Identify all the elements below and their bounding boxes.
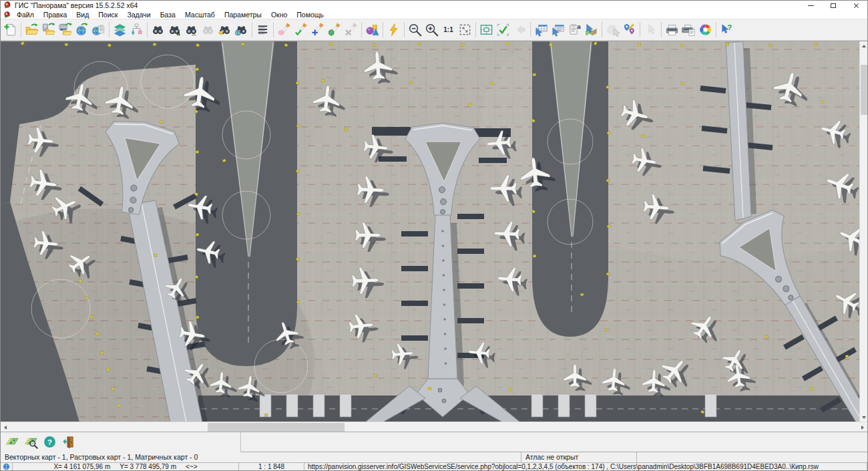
map-search-button[interactable]: [21, 434, 40, 451]
svg-text:...: ...: [192, 31, 196, 37]
legend-button[interactable]: [128, 21, 145, 39]
find-extended-button[interactable]: ...: [183, 21, 200, 39]
bottom-toolbar: ?: [1, 432, 867, 452]
object-list-button[interactable]: [254, 21, 271, 39]
select-add-button[interactable]: [309, 21, 326, 39]
palette-button[interactable]: [697, 21, 714, 39]
menu-help[interactable]: Помощь: [292, 11, 329, 19]
vertical-scroll-thumb[interactable]: [861, 65, 867, 115]
toolbar-separator: [716, 22, 716, 37]
svg-text:?: ?: [47, 438, 52, 446]
svg-text:1:1: 1:1: [443, 26, 453, 33]
svg-text:a: a: [177, 30, 180, 37]
map-view[interactable]: [1, 41, 861, 422]
open-site-button[interactable]: [40, 21, 57, 39]
horizontal-scroll-thumb[interactable]: [208, 423, 345, 432]
open-project-button[interactable]: [90, 21, 107, 39]
coord-y: Y= 3 778 495,79 m: [120, 463, 176, 470]
find-by-name-button[interactable]: a: [166, 21, 183, 39]
menu-file[interactable]: Файл: [12, 11, 39, 19]
layers-button[interactable]: [112, 21, 128, 39]
title-bar: ГИС "Панорама" версия 15.5.2.52 x64: [1, 1, 867, 10]
zoom-out-button[interactable]: [407, 21, 423, 39]
minimize-button[interactable]: [799, 1, 822, 10]
scroll-right-arrow[interactable]: [858, 422, 867, 432]
menu-window[interactable]: Окно: [266, 11, 292, 19]
toolbar-separator: [661, 22, 662, 37]
menu-options[interactable]: Параметры: [220, 11, 266, 19]
pan-view-button[interactable]: [478, 21, 495, 39]
toolbar-separator: [361, 22, 362, 37]
toolbar-separator: [252, 22, 252, 37]
open-database-button[interactable]: [57, 21, 73, 39]
select-table-button[interactable]: [533, 21, 550, 39]
pointer-button: [642, 21, 659, 39]
coord-mode[interactable]: <~>: [186, 463, 198, 470]
maps-info: Векторных карт - 1, Растровых карт - 1, …: [1, 452, 521, 462]
toolbar-separator: [21, 22, 21, 37]
scroll-down-arrow[interactable]: [860, 413, 868, 422]
toolbar-separator: [530, 22, 531, 37]
find-geoportal-button[interactable]: [233, 21, 250, 39]
horizontal-scrollbar[interactable]: [1, 422, 867, 432]
print-button[interactable]: [664, 21, 680, 39]
select-cancel-button: [343, 21, 359, 39]
menu-edit[interactable]: Правка: [39, 11, 71, 19]
close-button[interactable]: [845, 1, 867, 10]
window-title: ГИС "Панорама" версия 15.5.2.52 x64: [15, 1, 138, 9]
open-geoportal-button[interactable]: [73, 21, 90, 39]
map-objects-button[interactable]: [3, 434, 21, 451]
select-confirm-button[interactable]: [292, 21, 309, 39]
vertical-scrollbar[interactable]: [859, 41, 867, 422]
minimize-icon: [808, 5, 814, 6]
scale-original-button[interactable]: 1:1: [440, 21, 457, 39]
select-area-button[interactable]: [276, 21, 292, 39]
step-back-button: [511, 21, 528, 39]
svg-text:?: ?: [727, 23, 732, 31]
toolbar-separator: [273, 22, 274, 37]
find-object-button[interactable]: [216, 21, 233, 39]
svg-text:a: a: [578, 23, 581, 30]
menu-bar: Файл Правка Вид Поиск Задачи База Масшта…: [1, 10, 867, 19]
map-scale[interactable]: 1 : 1 848: [239, 463, 304, 471]
menu-search[interactable]: Поиск: [93, 11, 122, 19]
apply-button[interactable]: [495, 21, 511, 39]
menu-database[interactable]: База: [156, 11, 180, 19]
maximize-button[interactable]: [822, 1, 845, 10]
exit-button[interactable]: [59, 434, 77, 451]
toolbar-separator: [383, 22, 383, 37]
find-repeat-button: [200, 21, 216, 39]
app-window: ГИС "Панорама" версия 15.5.2.52 x64 Файл…: [0, 0, 868, 471]
help-button[interactable]: ?: [40, 434, 59, 451]
maximize-icon: [831, 3, 836, 8]
print-report-button[interactable]: [680, 21, 697, 39]
zoom-in-button[interactable]: [423, 21, 440, 39]
route-button[interactable]: [621, 21, 638, 39]
menu-view[interactable]: Вид: [71, 11, 93, 19]
toolbar-separator: [404, 22, 405, 37]
map-tools-panel: ?: [1, 432, 241, 452]
objects-3d-button[interactable]: [364, 21, 381, 39]
status-bar: Векторных карт - 1, Растровых карт - 1, …: [1, 452, 867, 462]
coordinate-bar: X= 4 161 075,96 m Y= 3 778 495,79 m <~> …: [1, 462, 867, 470]
fit-window-button[interactable]: [457, 21, 473, 39]
toolbar-separator: [475, 22, 476, 37]
context-help-button[interactable]: ?: [718, 21, 735, 39]
select-list-button[interactable]: [550, 21, 566, 39]
attributes-button[interactable]: a: [566, 21, 583, 39]
events-button[interactable]: [385, 21, 402, 39]
toolbar-separator: [109, 22, 110, 37]
menu-tasks[interactable]: Задачи: [122, 11, 155, 19]
new-map-button[interactable]: [2, 21, 19, 39]
find-button[interactable]: [150, 21, 166, 39]
map-area: [1, 41, 867, 422]
menu-scale[interactable]: Масштаб: [180, 11, 220, 19]
open-map-button[interactable]: [23, 21, 40, 39]
select-objects-button[interactable]: [326, 21, 343, 39]
scroll-left-arrow[interactable]: [1, 422, 10, 432]
cursor-coordinates: X= 4 161 075,96 m Y= 3 778 495,79 m <~>: [13, 463, 239, 471]
toolbar-separator: [147, 22, 148, 37]
select-map-button[interactable]: [583, 21, 600, 39]
app-icon: [3, 0, 11, 11]
scroll-up-arrow[interactable]: [860, 41, 868, 51]
